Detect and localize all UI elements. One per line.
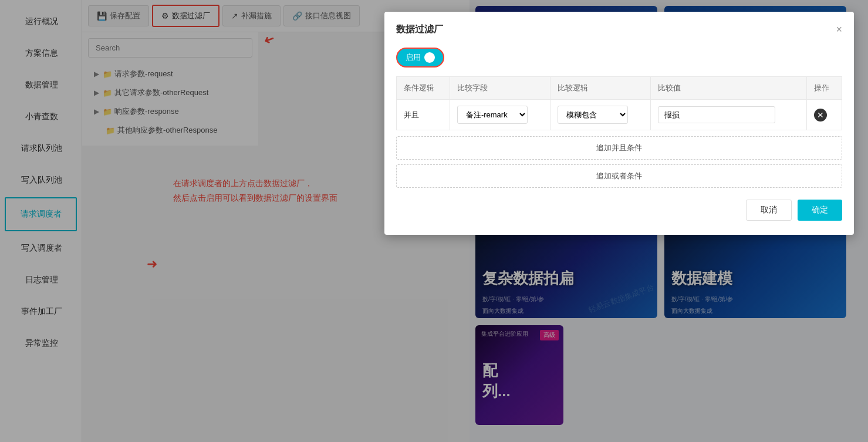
cancel-button[interactable]: 取消 [746, 200, 792, 221]
toggle-circle [424, 52, 435, 63]
filter-table: 条件逻辑 比较字段 比较逻辑 比较值 操作 并且 备注-remark请求参数响应… [396, 76, 842, 130]
modal-footer: 取消 确定 [396, 200, 842, 221]
modal-title: 数据过滤厂 [396, 23, 443, 36]
filter-input-cell [651, 100, 807, 130]
filter-action-cell: ✕ [806, 100, 842, 130]
toggle-area: 启用 [396, 48, 842, 68]
toggle-label: 启用 [406, 52, 421, 63]
delete-filter-button[interactable]: ✕ [814, 109, 827, 122]
filter-compare-cell: 模糊包含精确匹配开始于结束于不包含 [550, 100, 651, 130]
filter-row: 并且 备注-remark请求参数响应参数其它字段 模糊包含精确匹配开始于结束于不… [397, 100, 842, 130]
header-field: 比较字段 [450, 77, 550, 100]
add-and-condition[interactable]: 追加并且条件 [396, 136, 842, 160]
filter-value-input[interactable] [658, 106, 775, 123]
filter-logic-cell: 并且 [397, 100, 450, 130]
header-logic: 条件逻辑 [397, 77, 450, 100]
add-or-condition[interactable]: 追加或者条件 [396, 164, 842, 188]
filter-field-cell: 备注-remark请求参数响应参数其它字段 [450, 100, 550, 130]
header-action: 操作 [806, 77, 842, 100]
enable-toggle[interactable]: 启用 [396, 48, 444, 68]
field-select[interactable]: 备注-remark请求参数响应参数其它字段 [457, 106, 528, 124]
modal-dialog: 数据过滤厂 × 启用 条件逻辑 比较字段 比较逻辑 比较值 操作 并且 备注-r… [384, 12, 854, 235]
header-compare-value: 比较值 [651, 77, 807, 100]
confirm-button[interactable]: 确定 [798, 200, 842, 221]
modal-close-button[interactable]: × [836, 23, 842, 36]
compare-select[interactable]: 模糊包含精确匹配开始于结束于不包含 [558, 106, 628, 124]
header-compare-logic: 比较逻辑 [550, 77, 651, 100]
modal-header: 数据过滤厂 × [396, 23, 842, 36]
